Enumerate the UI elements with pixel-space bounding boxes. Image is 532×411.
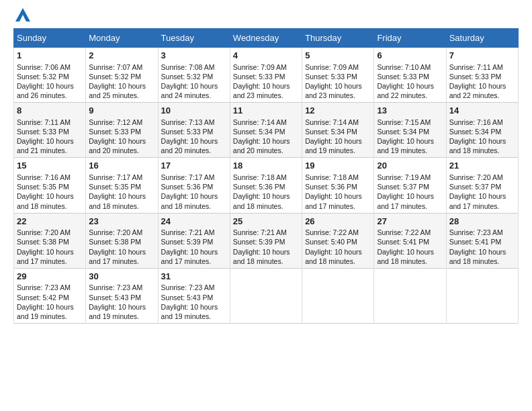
day-number: 1 <box>17 50 83 62</box>
day-info-line: and 18 minutes. <box>305 257 371 266</box>
day-info-line: and 21 minutes. <box>17 146 83 155</box>
day-number: 24 <box>161 216 227 228</box>
calendar-cell: 24Sunrise: 7:21 AMSunset: 5:39 PMDayligh… <box>158 213 230 268</box>
day-info-line: Daylight: 10 hours <box>161 191 227 201</box>
calendar-header-friday: Friday <box>374 29 446 48</box>
day-number: 15 <box>17 160 83 172</box>
day-info-line: Sunset: 5:40 PM <box>305 237 371 246</box>
calendar-header-thursday: Thursday <box>302 29 374 48</box>
day-number: 20 <box>377 160 443 172</box>
day-info-line: and 18 minutes. <box>233 257 299 266</box>
day-info-line: Daylight: 10 hours <box>377 247 443 257</box>
calendar-cell: 19Sunrise: 7:18 AMSunset: 5:36 PMDayligh… <box>302 158 374 213</box>
day-info-line: Sunset: 5:33 PM <box>449 72 515 81</box>
day-number: 9 <box>89 105 154 117</box>
logo <box>13 11 30 20</box>
day-number: 25 <box>233 216 299 228</box>
day-info-line: and 18 minutes. <box>89 201 154 211</box>
day-info-line: Sunset: 5:43 PM <box>89 293 154 302</box>
day-info-line: and 18 minutes. <box>17 201 83 211</box>
day-info-line: Sunrise: 7:14 AM <box>305 118 371 127</box>
day-info-line: Daylight: 10 hours <box>17 191 83 201</box>
day-info-line: Daylight: 10 hours <box>233 81 299 91</box>
calendar-cell: 3Sunrise: 7:08 AMSunset: 5:32 PMDaylight… <box>158 48 230 103</box>
day-number: 28 <box>449 216 515 228</box>
day-info-line: Daylight: 10 hours <box>233 191 299 201</box>
day-info-line: Sunrise: 7:06 AM <box>17 62 83 72</box>
day-number: 11 <box>233 105 299 117</box>
day-number: 14 <box>449 105 515 117</box>
calendar-cell <box>302 268 374 323</box>
day-info-line: Sunset: 5:39 PM <box>233 237 299 246</box>
calendar-header-monday: Monday <box>86 29 158 48</box>
day-number: 27 <box>377 216 443 228</box>
day-number: 3 <box>161 50 227 62</box>
day-info-line: Sunset: 5:32 PM <box>89 72 154 81</box>
day-info-line: Daylight: 10 hours <box>449 247 515 257</box>
day-info-line: and 24 minutes. <box>161 91 227 100</box>
day-info-line: Sunrise: 7:21 AM <box>233 228 299 237</box>
day-info-line: Sunset: 5:32 PM <box>161 72 227 81</box>
calendar-cell: 18Sunrise: 7:18 AMSunset: 5:36 PMDayligh… <box>230 158 302 213</box>
day-number: 19 <box>305 160 371 172</box>
day-info-line: Sunrise: 7:20 AM <box>89 228 154 237</box>
day-info-line: Sunset: 5:34 PM <box>449 127 515 136</box>
logo-icon <box>15 8 30 21</box>
day-info-line: Sunset: 5:32 PM <box>17 72 83 81</box>
page-header <box>13 11 519 20</box>
day-number: 26 <box>305 216 371 228</box>
day-number: 31 <box>161 271 227 283</box>
calendar-cell: 10Sunrise: 7:13 AMSunset: 5:33 PMDayligh… <box>158 103 230 158</box>
day-info-line: and 17 minutes. <box>161 257 227 266</box>
day-number: 22 <box>17 216 83 228</box>
day-info-line: Sunrise: 7:18 AM <box>305 173 371 182</box>
day-info-line: and 23 minutes. <box>233 91 299 100</box>
calendar-week-row: 1Sunrise: 7:06 AMSunset: 5:32 PMDaylight… <box>14 48 519 103</box>
calendar-week-row: 8Sunrise: 7:11 AMSunset: 5:33 PMDaylight… <box>14 103 519 158</box>
calendar-cell: 27Sunrise: 7:22 AMSunset: 5:41 PMDayligh… <box>374 213 446 268</box>
day-info-line: Sunrise: 7:09 AM <box>233 62 299 72</box>
calendar-cell: 31Sunrise: 7:23 AMSunset: 5:43 PMDayligh… <box>158 268 230 323</box>
day-number: 2 <box>89 50 154 62</box>
calendar-cell: 8Sunrise: 7:11 AMSunset: 5:33 PMDaylight… <box>14 103 86 158</box>
day-info-line: Daylight: 10 hours <box>377 191 443 201</box>
day-info-line: Sunrise: 7:12 AM <box>89 118 154 127</box>
day-info-line: Sunrise: 7:16 AM <box>17 173 83 182</box>
day-info-line: and 17 minutes. <box>377 201 443 211</box>
day-info-line: Sunset: 5:33 PM <box>161 127 227 136</box>
day-info-line: and 22 minutes. <box>449 91 515 100</box>
day-info-line: and 20 minutes. <box>233 146 299 155</box>
day-info-line: Sunrise: 7:20 AM <box>449 173 515 182</box>
day-number: 5 <box>305 50 371 62</box>
day-info-line: and 17 minutes. <box>305 201 371 211</box>
day-info-line: Sunrise: 7:22 AM <box>305 228 371 237</box>
day-info-line: and 18 minutes. <box>449 257 515 266</box>
day-info-line: Sunrise: 7:23 AM <box>89 283 154 292</box>
calendar-cell: 5Sunrise: 7:09 AMSunset: 5:33 PMDaylight… <box>302 48 374 103</box>
day-number: 12 <box>305 105 371 117</box>
day-number: 8 <box>17 105 83 117</box>
day-number: 21 <box>449 160 515 172</box>
day-info-line: Sunset: 5:39 PM <box>161 237 227 246</box>
calendar-cell: 25Sunrise: 7:21 AMSunset: 5:39 PMDayligh… <box>230 213 302 268</box>
day-info-line: Sunrise: 7:14 AM <box>233 118 299 127</box>
calendar-week-row: 22Sunrise: 7:20 AMSunset: 5:38 PMDayligh… <box>14 213 519 268</box>
calendar-week-row: 15Sunrise: 7:16 AMSunset: 5:35 PMDayligh… <box>14 158 519 213</box>
day-info-line: Sunset: 5:37 PM <box>449 182 515 191</box>
day-info-line: Daylight: 10 hours <box>89 136 154 146</box>
day-info-line: Daylight: 10 hours <box>233 247 299 257</box>
calendar-cell: 14Sunrise: 7:16 AMSunset: 5:34 PMDayligh… <box>446 103 518 158</box>
calendar-cell: 11Sunrise: 7:14 AMSunset: 5:34 PMDayligh… <box>230 103 302 158</box>
day-number: 29 <box>17 271 83 283</box>
day-info-line: Daylight: 10 hours <box>161 136 227 146</box>
calendar-cell: 13Sunrise: 7:15 AMSunset: 5:34 PMDayligh… <box>374 103 446 158</box>
calendar-cell: 15Sunrise: 7:16 AMSunset: 5:35 PMDayligh… <box>14 158 86 213</box>
day-info-line: Sunset: 5:33 PM <box>377 72 443 81</box>
day-info-line: and 17 minutes. <box>449 201 515 211</box>
day-info-line: Sunrise: 7:10 AM <box>377 62 443 72</box>
calendar-cell: 28Sunrise: 7:23 AMSunset: 5:41 PMDayligh… <box>446 213 518 268</box>
day-info-line: Sunrise: 7:17 AM <box>89 173 154 182</box>
day-info-line: and 20 minutes. <box>89 146 154 155</box>
day-info-line: and 18 minutes. <box>449 146 515 155</box>
day-number: 13 <box>377 105 443 117</box>
